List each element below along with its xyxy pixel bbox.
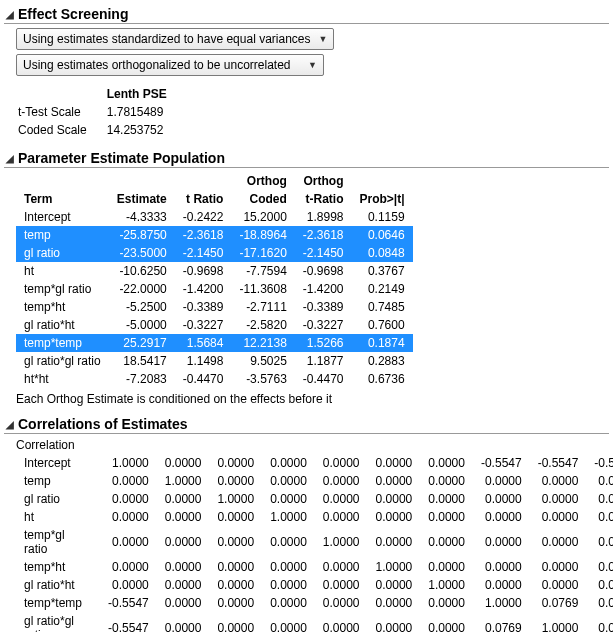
table-cell: 0.7600	[352, 316, 413, 334]
table-cell: 1.1498	[175, 352, 232, 370]
table-cell: 0.0000	[368, 454, 421, 472]
table-cell: 0.0000	[420, 508, 473, 526]
table-cell: 0.0000	[262, 612, 315, 632]
table-cell: -0.5547	[586, 454, 613, 472]
table-cell: -0.4470	[295, 370, 352, 388]
table-cell: -5.2500	[109, 298, 175, 316]
table-cell: 0.7485	[352, 298, 413, 316]
table-cell: 0.0000	[420, 612, 473, 632]
table-cell: -7.2083	[109, 370, 175, 388]
table-cell: 1.0000	[315, 526, 368, 558]
section-header-effect-screening[interactable]: ◢ Effect Screening	[4, 4, 609, 24]
table-row[interactable]: temp-25.8750-2.3618-18.8964-2.36180.0646	[16, 226, 413, 244]
table-cell: 0.0000	[315, 454, 368, 472]
table-cell: 0.0000	[420, 472, 473, 490]
table-cell: -17.1620	[231, 244, 294, 262]
table-cell: 0.0000	[420, 558, 473, 576]
table-cell: 0.0646	[352, 226, 413, 244]
orthogonalize-combo[interactable]: Using estimates orthogonalized to be unc…	[16, 54, 324, 76]
table-cell: ht	[16, 262, 109, 280]
table-cell: -0.3389	[175, 298, 232, 316]
table-row[interactable]: Intercept-4.3333-0.242215.20001.89980.11…	[16, 208, 413, 226]
table-cell: -2.7111	[231, 298, 294, 316]
table-cell: 0.2883	[352, 352, 413, 370]
table-cell: -3.5763	[231, 370, 294, 388]
table-cell: 0.0000	[209, 612, 262, 632]
table-cell: -18.8964	[231, 226, 294, 244]
table-row: temp*temp-0.55470.00000.00000.00000.0000…	[16, 594, 613, 612]
table-cell: -0.5547	[100, 612, 157, 632]
table-cell: -1.4200	[295, 280, 352, 298]
table-cell: -2.3618	[295, 226, 352, 244]
table-cell: 0.0000	[100, 490, 157, 508]
table-cell: 0.0000	[586, 490, 613, 508]
table-cell: 0.0000	[262, 490, 315, 508]
table-cell: 1.5684	[175, 334, 232, 352]
section-title: Parameter Estimate Population	[18, 150, 225, 166]
table-cell: 0.0000	[368, 472, 421, 490]
table-cell: 9.5025	[231, 352, 294, 370]
table-row[interactable]: ht-10.6250-0.9698-7.7594-0.96980.3767	[16, 262, 413, 280]
table-row: temp*ht0.00000.00000.00000.00000.00001.0…	[16, 558, 613, 576]
row-term: temp	[16, 472, 100, 490]
section-header-param-est[interactable]: ◢ Parameter Estimate Population	[4, 148, 609, 168]
param-footnote: Each Orthog Estimate is conditioned on t…	[16, 392, 609, 406]
table-cell: -0.9698	[295, 262, 352, 280]
table-cell: 0.0000	[473, 472, 530, 490]
table-cell: 1.0000	[262, 508, 315, 526]
table-cell: 0.0000	[368, 526, 421, 558]
table-cell: -2.1450	[295, 244, 352, 262]
t-test-scale-label: t-Test Scale	[18, 104, 105, 120]
col-tratio: t Ratio	[175, 190, 232, 208]
table-cell: 0.0000	[209, 454, 262, 472]
table-row: ht0.00000.00000.00001.00000.00000.00000.…	[16, 508, 613, 526]
table-cell: 0.0000	[368, 490, 421, 508]
table-cell: 0.0000	[315, 558, 368, 576]
row-term: temp*temp	[16, 594, 100, 612]
table-cell: 0.0000	[100, 472, 157, 490]
table-cell: 0.0000	[157, 508, 210, 526]
table-row[interactable]: temp*temp25.29171.568412.21381.52660.187…	[16, 334, 413, 352]
table-cell: -0.5547	[100, 594, 157, 612]
table-cell: 1.0000	[473, 594, 530, 612]
section-header-correlations[interactable]: ◢ Correlations of Estimates	[4, 414, 609, 434]
table-row: gl ratio*ht0.00000.00000.00000.00000.000…	[16, 576, 613, 594]
table-cell: -2.5820	[231, 316, 294, 334]
table-cell: 0.0000	[315, 612, 368, 632]
table-row[interactable]: gl ratio*gl ratio18.54171.14989.50251.18…	[16, 352, 413, 370]
table-cell: 0.0000	[530, 558, 587, 576]
table-cell: 0.0000	[315, 472, 368, 490]
table-cell: -0.3227	[295, 316, 352, 334]
table-row[interactable]: temp*gl ratio-22.0000-1.4200-11.3608-1.4…	[16, 280, 413, 298]
table-row: gl ratio0.00000.00001.00000.00000.00000.…	[16, 490, 613, 508]
chevron-down-icon: ▼	[319, 34, 328, 44]
table-cell: 0.1874	[352, 334, 413, 352]
table-cell: 0.0000	[315, 576, 368, 594]
row-term: gl ratio*ht	[16, 576, 100, 594]
table-cell: temp*gl ratio	[16, 280, 109, 298]
row-term: temp*ht	[16, 558, 100, 576]
table-cell: 0.0000	[586, 472, 613, 490]
collapse-icon: ◢	[4, 9, 16, 20]
collapse-icon: ◢	[4, 419, 16, 430]
table-cell: -4.3333	[109, 208, 175, 226]
table-cell: 0.0000	[530, 472, 587, 490]
col-orthog-coded-1: Orthog	[231, 172, 294, 190]
standardize-combo[interactable]: Using estimates standardized to have equ…	[16, 28, 334, 50]
table-cell: 0.0000	[530, 526, 587, 558]
table-cell: 0.0000	[315, 490, 368, 508]
table-cell: -1.4200	[175, 280, 232, 298]
table-cell: -5.0000	[109, 316, 175, 334]
table-row[interactable]: temp*ht-5.2500-0.3389-2.7111-0.33890.748…	[16, 298, 413, 316]
table-cell: 0.0000	[262, 594, 315, 612]
table-row[interactable]: ht*ht-7.2083-0.4470-3.5763-0.44700.6736	[16, 370, 413, 388]
table-cell: 0.0000	[100, 558, 157, 576]
table-row[interactable]: gl ratio*ht-5.0000-0.3227-2.5820-0.32270…	[16, 316, 413, 334]
table-cell: -11.3608	[231, 280, 294, 298]
table-cell: 0.0000	[157, 594, 210, 612]
table-cell: 0.0000	[473, 490, 530, 508]
table-cell: 0.0000	[100, 526, 157, 558]
table-row[interactable]: gl ratio-23.5000-2.1450-17.1620-2.14500.…	[16, 244, 413, 262]
table-cell: 0.0848	[352, 244, 413, 262]
col-orthog-tratio-1: Orthog	[295, 172, 352, 190]
